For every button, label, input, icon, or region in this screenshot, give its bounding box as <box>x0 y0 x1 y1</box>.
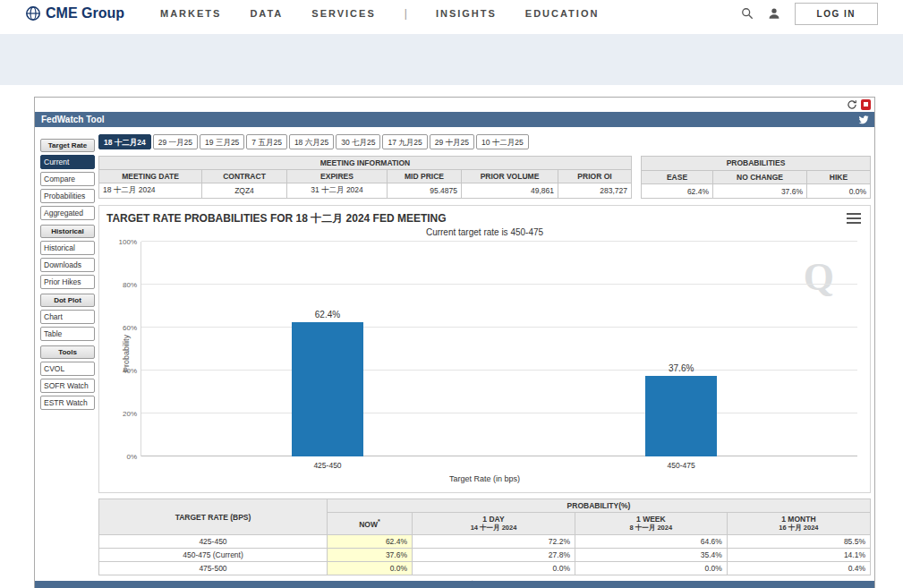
bar-slot: 37.6% 450-475 <box>645 242 717 456</box>
brand-text: CME Group <box>46 5 124 21</box>
probability-chart: TARGET RATE PROBABILITIES FOR 18 十二月 202… <box>98 205 871 493</box>
login-button[interactable]: LOG IN <box>795 3 878 25</box>
sidebar-item-prior-hikes[interactable]: Prior Hikes <box>40 275 95 289</box>
x-tick-label: 450-475 <box>645 461 717 470</box>
1week-label: 1 WEEK <box>636 515 666 524</box>
sidebar-header-tools: Tools <box>40 345 95 359</box>
col-prior-volume: PRIOR VOLUME <box>462 170 558 183</box>
tab-meeting-dec24[interactable]: 18 十二月24 <box>98 134 151 149</box>
globe-icon <box>25 5 41 21</box>
tab-meeting-jan25[interactable]: 29 一月25 <box>153 134 198 149</box>
nav-item-markets[interactable]: MARKETS <box>160 8 221 19</box>
sidebar-item-historical[interactable]: Historical <box>40 241 95 255</box>
rate-cell: 475-500 <box>99 562 328 575</box>
gridline <box>141 241 857 242</box>
bar-425-450[interactable]: 62.4% <box>292 322 363 456</box>
1month-cell: 85.5% <box>727 535 870 549</box>
1month-date: 16 十月 2024 <box>732 524 865 533</box>
top-nav: CME Group MARKETS DATA SERVICES | INSIGH… <box>0 0 903 27</box>
1month-label: 1 MONTH <box>781 515 815 524</box>
y-tick: 80% <box>123 281 137 289</box>
quikstrike-watermark: Q <box>804 254 834 300</box>
sidebar-item-compare[interactable]: Compare <box>40 172 95 186</box>
twitter-icon[interactable] <box>857 114 869 125</box>
refresh-icon[interactable] <box>847 99 857 110</box>
meeting-info-table: MEETING INFORMATION MEETING DATE CONTRAC… <box>98 156 632 199</box>
nav-item-services[interactable]: SERVICES <box>311 8 375 19</box>
sidebar-item-chart[interactable]: Chart <box>40 310 95 324</box>
fedwatch-title: FedWatch Tool <box>41 115 105 124</box>
sidebar-item-probabilities[interactable]: Probabilities <box>40 189 95 203</box>
gridline <box>141 456 857 456</box>
sidebar-item-current[interactable]: Current <box>40 155 95 169</box>
chart-menu-icon[interactable] <box>847 213 861 226</box>
fedwatch-widget: FedWatch Tool Target Rate Current Compar… <box>34 97 875 588</box>
chart-title: TARGET RATE PROBABILITIES FOR 18 十二月 202… <box>106 211 447 226</box>
gridline <box>141 413 857 413</box>
now-cell: 62.4% <box>328 535 413 549</box>
user-icon[interactable] <box>768 7 780 20</box>
1day-cell: 72.2% <box>413 535 575 549</box>
col-meeting-date: MEETING DATE <box>99 170 202 183</box>
no-change-value: 37.6% <box>713 184 807 199</box>
y-tick: 100% <box>119 238 137 246</box>
sidebar-item-cvol[interactable]: CVOL <box>40 362 95 376</box>
bar-value-label: 37.6% <box>645 363 717 373</box>
probabilities-title: PROBABILITIES <box>642 157 871 171</box>
sidebar-header-historical: Historical <box>40 225 95 238</box>
main-content: 18 十二月24 29 一月25 19 三月25 7 五月25 18 六月25 … <box>98 134 871 588</box>
col-now: NOW* <box>328 513 413 535</box>
rate-cell: 450-475 (Current) <box>99 549 328 562</box>
1week-cell: 35.4% <box>575 549 727 562</box>
tab-meeting-mar25[interactable]: 19 三月25 <box>200 134 244 149</box>
prior-oi-value: 283,727 <box>558 183 632 199</box>
col-prior-oi: PRIOR OI <box>558 170 632 183</box>
tab-meeting-jun25[interactable]: 18 六月25 <box>289 134 334 149</box>
now-cell: 0.0% <box>328 562 413 575</box>
col-1week: 1 WEEK 8 十一月 2024 <box>575 513 727 535</box>
sidebar-header-dot-plot: Dot Plot <box>40 294 95 307</box>
nav-item-data[interactable]: DATA <box>250 8 283 19</box>
search-icon[interactable] <box>741 7 754 20</box>
sidebar-item-estr-watch[interactable]: ESTR Watch <box>40 396 95 410</box>
now-cell: 37.6% <box>328 549 413 562</box>
tab-meeting-jul25[interactable]: 30 七月25 <box>336 134 380 149</box>
now-label: NOW <box>359 520 378 529</box>
1day-cell: 0.0% <box>413 562 575 575</box>
gridline <box>141 284 857 285</box>
probabilities-table: PROBABILITIES EASE NO CHANGE HIKE 62.4% … <box>641 156 871 199</box>
y-axis-label: Probability <box>122 335 131 372</box>
meeting-info-title: MEETING INFORMATION <box>99 157 632 170</box>
sidebar-item-aggregated[interactable]: Aggregated <box>40 206 95 220</box>
media-icon[interactable] <box>861 99 871 110</box>
fedwatch-header: FedWatch Tool <box>35 112 874 127</box>
nav-right: LOG IN <box>741 3 878 25</box>
rate-cell: 425-450 <box>99 535 328 549</box>
hero-band <box>0 34 903 85</box>
1week-cell: 64.6% <box>575 535 727 549</box>
bar-slot: 62.4% 425-450 <box>292 242 363 456</box>
tab-meeting-sep25[interactable]: 17 九月25 <box>382 134 427 149</box>
nav-items: MARKETS DATA SERVICES | INSIGHTS EDUCATI… <box>160 7 599 20</box>
bar-450-475[interactable]: 37.6% <box>645 376 717 456</box>
probability-history-table: TARGET RATE (BPS) PROBABILITY(%) NOW* 1 … <box>98 499 871 575</box>
probability-group-header: PROBABILITY(%) <box>328 499 871 513</box>
sidebar-item-table[interactable]: Table <box>40 327 95 341</box>
nav-item-insights[interactable]: INSIGHTS <box>436 8 497 19</box>
y-tick: 60% <box>123 324 137 332</box>
1week-cell: 0.0% <box>575 562 727 575</box>
gridline <box>141 327 857 328</box>
1day-label: 1 DAY <box>482 515 504 524</box>
col-1month: 1 MONTH 16 十月 2024 <box>727 513 870 535</box>
1day-cell: 27.8% <box>413 549 575 562</box>
sidebar-header-target-rate: Target Rate <box>40 139 95 152</box>
1day-date: 14 十一月 2024 <box>417 524 570 533</box>
1month-cell: 0.4% <box>727 562 870 575</box>
nav-item-education[interactable]: EDUCATION <box>525 8 600 19</box>
tab-meeting-may25[interactable]: 7 五月25 <box>246 134 287 149</box>
sidebar-item-downloads[interactable]: Downloads <box>40 258 95 272</box>
cme-logo[interactable]: CME Group <box>25 5 124 21</box>
sidebar-item-sofr-watch[interactable]: SOFR Watch <box>40 379 95 393</box>
tab-meeting-dec25[interactable]: 10 十二月25 <box>476 134 529 149</box>
tab-meeting-oct25[interactable]: 29 十月25 <box>430 134 474 149</box>
